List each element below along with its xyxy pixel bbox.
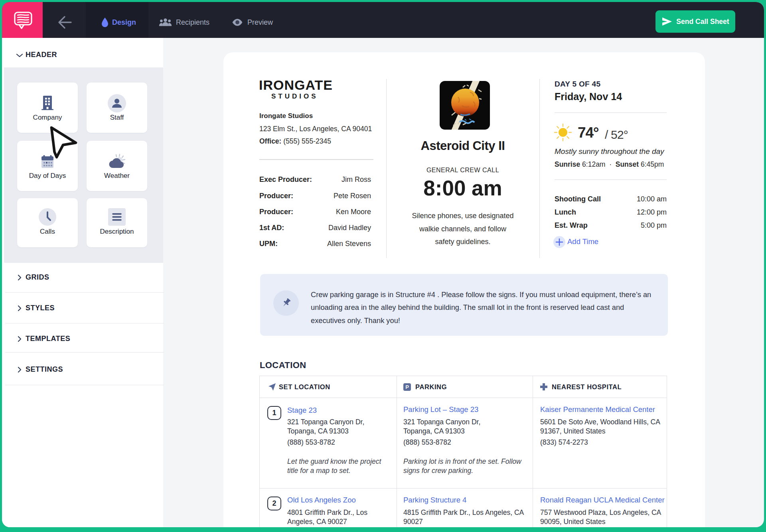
svg-text:P: P bbox=[405, 384, 409, 390]
